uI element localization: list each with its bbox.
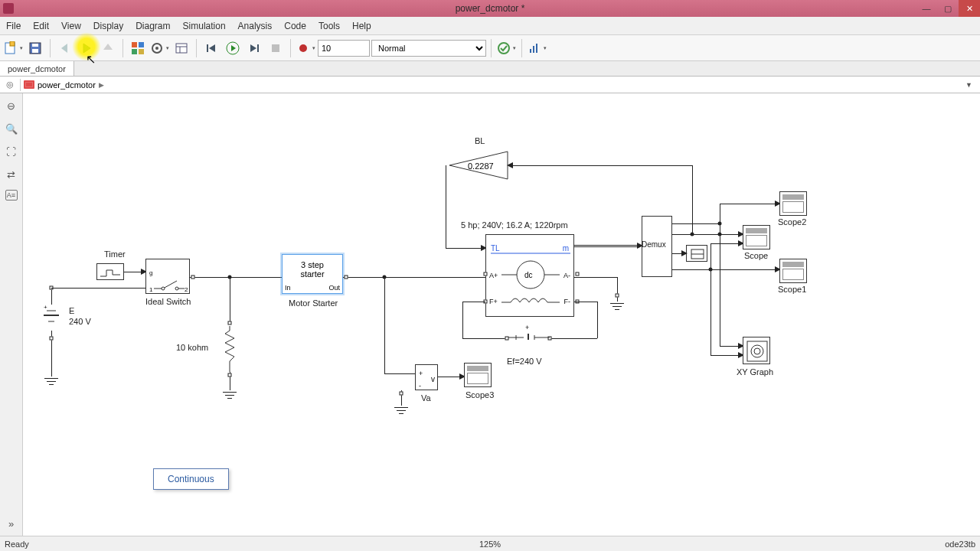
svg-text:g: g <box>149 269 152 276</box>
svg-text:2: 2 <box>185 286 188 293</box>
app-icon <box>3 3 14 14</box>
block-voltage-sensor[interactable]: +v- <box>415 364 438 390</box>
run-button[interactable] <box>223 38 243 58</box>
svg-point-57 <box>754 348 760 354</box>
machine-spec: 5 hp; 240V; 16.2 A; 1220rpm <box>461 220 568 230</box>
ideal-switch-label: Ideal Switch <box>145 297 191 306</box>
toolbar: ↖ <box>0 35 980 61</box>
palette-expand-icon[interactable]: » <box>4 516 19 531</box>
svg-text:+: + <box>44 305 47 311</box>
block-scope3[interactable] <box>464 363 492 387</box>
model-explorer-button[interactable] <box>172 38 191 58</box>
breadcrumb: ◎ power_dcmotor ▶ ▼ <box>0 77 980 93</box>
block-ef-source[interactable]: + <box>508 323 550 343</box>
svg-rect-1 <box>10 41 15 46</box>
svg-point-19 <box>498 43 509 54</box>
diagram-canvas[interactable]: Timer g 1 2 Ideal Switch <box>23 93 980 536</box>
block-xy-graph[interactable] <box>743 337 770 364</box>
menu-edit[interactable]: Edit <box>27 17 55 34</box>
stop-time-input[interactable] <box>318 40 370 57</box>
step-back-button[interactable] <box>201 38 221 58</box>
block-ideal-switch[interactable]: g 1 2 <box>145 259 190 294</box>
menu-view[interactable]: View <box>55 17 87 34</box>
breadcrumb-path[interactable]: power_dcmotor <box>38 80 96 90</box>
svg-text:v: v <box>431 375 435 383</box>
save-button[interactable] <box>25 38 45 58</box>
ground-aminus[interactable] <box>610 303 624 310</box>
svg-line-27 <box>163 281 177 289</box>
record-button[interactable] <box>296 38 316 58</box>
svg-text:+: + <box>525 324 529 331</box>
ground-resistor[interactable] <box>223 392 237 399</box>
source-value: 240 V <box>69 317 91 326</box>
block-terminator[interactable] <box>686 245 707 262</box>
stop-button[interactable] <box>266 38 286 58</box>
menu-simulation[interactable]: Simulation <box>177 17 232 34</box>
scope2-label: Scope2 <box>778 217 806 227</box>
motor-starter-label: Motor Starter <box>289 298 338 308</box>
model-tabs: power_dcmotor <box>0 61 980 77</box>
svg-rect-17 <box>272 44 279 52</box>
block-scope1[interactable] <box>779 259 807 283</box>
demux-label: Demux <box>642 240 666 249</box>
checks-button[interactable] <box>496 38 517 58</box>
statusbar: Ready 125% ode23tb <box>0 536 980 551</box>
menu-display[interactable]: Display <box>87 17 129 34</box>
menu-file[interactable]: File <box>0 17 27 34</box>
step-forward-button[interactable] <box>244 38 264 58</box>
svg-rect-20 <box>530 49 531 53</box>
window-title: power_dcmotor * <box>456 3 525 14</box>
menu-help[interactable]: Help <box>346 17 377 34</box>
menu-diagram[interactable]: Diagram <box>129 17 176 34</box>
menu-code[interactable]: Code <box>278 17 312 34</box>
svg-rect-6 <box>139 42 144 47</box>
va-label: Va <box>421 393 431 403</box>
up-button[interactable] <box>98 38 118 58</box>
ground-va[interactable] <box>394 407 408 414</box>
menubar: File Edit View Display Diagram Simulatio… <box>0 17 980 35</box>
forward-button[interactable] <box>77 38 96 58</box>
signal-logger-button[interactable] <box>527 38 547 58</box>
library-browser-button[interactable] <box>128 38 148 58</box>
breadcrumb-dropdown[interactable]: ▼ <box>961 81 977 89</box>
timer-label: Timer <box>104 249 126 259</box>
svg-point-29 <box>162 287 165 290</box>
simulation-mode-select[interactable]: Normal <box>371 40 486 57</box>
svg-rect-11 <box>176 44 187 53</box>
minimize-button[interactable]: — <box>916 0 937 17</box>
model-config-button[interactable] <box>149 38 170 58</box>
palette-zoom-icon[interactable]: 🔍 <box>4 121 19 136</box>
block-scope[interactable] <box>743 225 770 249</box>
svg-rect-4 <box>32 49 38 53</box>
palette-annotate-icon[interactable]: A≡ <box>5 190 18 201</box>
new-model-button[interactable] <box>3 38 24 58</box>
breadcrumb-arrow-icon: ▶ <box>99 81 104 89</box>
status-zoom: 125% <box>479 540 501 549</box>
svg-point-30 <box>175 287 178 290</box>
block-powergui[interactable]: Continuous <box>153 468 229 490</box>
svg-rect-55 <box>747 341 767 361</box>
svg-rect-7 <box>132 49 137 54</box>
svg-rect-3 <box>32 44 38 47</box>
ground-source[interactable] <box>44 378 58 385</box>
block-dc-machine[interactable]: TL m A+ A- F+ F- dc <box>485 234 574 317</box>
close-button[interactable]: ✕ <box>959 0 980 17</box>
maximize-button[interactable]: ▢ <box>937 0 959 17</box>
palette-fit-icon[interactable]: ⛶ <box>4 144 19 159</box>
back-button[interactable] <box>55 38 75 58</box>
palette-sample-icon[interactable]: ⇄ <box>4 167 19 182</box>
model-tab-active[interactable]: power_dcmotor <box>0 61 74 76</box>
xygraph-label: XY Graph <box>737 367 773 377</box>
scope-label: Scope <box>744 251 768 260</box>
menu-analysis[interactable]: Analysis <box>232 17 279 34</box>
block-scope2[interactable] <box>779 191 807 216</box>
ef-label: Ef=240 V <box>507 357 542 366</box>
block-motor-starter[interactable]: 3 step starter In Out <box>282 254 343 294</box>
breadcrumb-home-icon[interactable]: ◎ <box>3 78 17 92</box>
model-icon <box>24 80 34 89</box>
block-resistor[interactable] <box>224 326 232 372</box>
block-timer[interactable] <box>96 263 124 280</box>
menu-tools[interactable]: Tools <box>312 17 346 34</box>
block-gain-bl[interactable]: 0.2287 <box>448 150 509 184</box>
palette-hide-icon[interactable]: ⊖ <box>4 98 19 113</box>
